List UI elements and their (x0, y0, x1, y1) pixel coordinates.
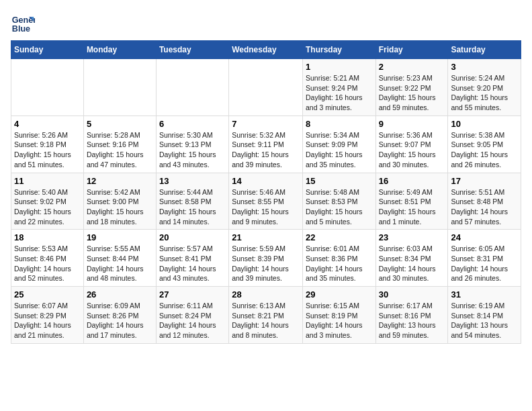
calendar-cell: 30Sunrise: 6:17 AM Sunset: 8:16 PM Dayli… (375, 287, 448, 344)
calendar-cell: 14Sunrise: 5:46 AM Sunset: 8:55 PM Dayli… (229, 173, 303, 230)
day-number: 19 (87, 232, 153, 242)
day-number: 25 (14, 289, 81, 300)
day-number: 6 (159, 119, 226, 129)
calendar-cell: 8Sunrise: 5:34 AM Sunset: 9:09 PM Daylig… (302, 116, 375, 173)
calendar-week-5: 25Sunrise: 6:07 AM Sunset: 8:29 PM Dayli… (11, 287, 521, 344)
day-info: Sunrise: 5:21 AM Sunset: 9:24 PM Dayligh… (306, 73, 373, 113)
day-info: Sunrise: 5:51 AM Sunset: 8:48 PM Dayligh… (451, 187, 518, 227)
calendar-cell: 22Sunrise: 6:01 AM Sunset: 8:36 PM Dayli… (302, 230, 375, 287)
day-info: Sunrise: 6:03 AM Sunset: 8:34 PM Dayligh… (379, 244, 445, 283)
day-number: 22 (306, 232, 373, 242)
day-number: 3 (451, 62, 518, 72)
day-info: Sunrise: 6:05 AM Sunset: 8:31 PM Dayligh… (451, 244, 518, 283)
day-number: 17 (451, 176, 518, 186)
calendar-cell: 13Sunrise: 5:44 AM Sunset: 8:58 PM Dayli… (156, 173, 228, 230)
calendar-cell: 18Sunrise: 5:53 AM Sunset: 8:46 PM Dayli… (11, 230, 84, 287)
day-info: Sunrise: 5:46 AM Sunset: 8:55 PM Dayligh… (232, 187, 300, 227)
col-header-tuesday: Tuesday (156, 41, 228, 59)
calendar-cell: 12Sunrise: 5:42 AM Sunset: 9:00 PM Dayli… (83, 173, 156, 230)
calendar-cell: 3Sunrise: 5:24 AM Sunset: 9:20 PM Daylig… (448, 59, 521, 116)
day-info: Sunrise: 5:44 AM Sunset: 8:58 PM Dayligh… (159, 187, 226, 227)
day-info: Sunrise: 5:57 AM Sunset: 8:41 PM Dayligh… (159, 244, 226, 283)
calendar-week-2: 4Sunrise: 5:26 AM Sunset: 9:18 PM Daylig… (11, 116, 521, 173)
calendar-cell (229, 59, 303, 116)
day-number: 14 (232, 176, 300, 186)
calendar-cell (83, 59, 156, 116)
calendar-week-1: 1Sunrise: 5:21 AM Sunset: 9:24 PM Daylig… (11, 59, 521, 116)
day-number: 15 (306, 176, 373, 186)
day-info: Sunrise: 5:36 AM Sunset: 9:07 PM Dayligh… (379, 130, 445, 170)
calendar-header-row: SundayMondayTuesdayWednesdayThursdayFrid… (11, 41, 521, 59)
calendar-cell (11, 59, 84, 116)
day-info: Sunrise: 5:48 AM Sunset: 8:53 PM Dayligh… (306, 187, 373, 227)
day-number: 20 (159, 232, 226, 242)
calendar-table: SundayMondayTuesdayWednesdayThursdayFrid… (11, 40, 521, 344)
day-number: 13 (159, 176, 226, 186)
day-number: 10 (451, 119, 518, 129)
day-info: Sunrise: 5:40 AM Sunset: 9:02 PM Dayligh… (14, 187, 81, 227)
day-number: 1 (306, 62, 373, 72)
calendar-cell: 28Sunrise: 6:13 AM Sunset: 8:21 PM Dayli… (229, 287, 303, 344)
calendar-cell: 10Sunrise: 5:38 AM Sunset: 9:05 PM Dayli… (448, 116, 521, 173)
day-number: 26 (87, 289, 153, 300)
day-number: 11 (14, 176, 81, 186)
day-number: 21 (232, 232, 300, 242)
day-number: 2 (379, 62, 445, 72)
day-info: Sunrise: 6:19 AM Sunset: 8:14 PM Dayligh… (451, 301, 518, 340)
day-info: Sunrise: 5:38 AM Sunset: 9:05 PM Dayligh… (451, 130, 518, 170)
calendar-cell: 29Sunrise: 6:15 AM Sunset: 8:19 PM Dayli… (302, 287, 375, 344)
calendar-cell: 24Sunrise: 6:05 AM Sunset: 8:31 PM Dayli… (448, 230, 521, 287)
day-info: Sunrise: 5:55 AM Sunset: 8:44 PM Dayligh… (87, 244, 153, 283)
calendar-cell: 26Sunrise: 6:09 AM Sunset: 8:26 PM Dayli… (83, 287, 156, 344)
col-header-saturday: Saturday (448, 41, 521, 59)
day-info: Sunrise: 5:23 AM Sunset: 9:22 PM Dayligh… (379, 73, 445, 113)
calendar-cell: 31Sunrise: 6:19 AM Sunset: 8:14 PM Dayli… (448, 287, 521, 344)
calendar-cell: 25Sunrise: 6:07 AM Sunset: 8:29 PM Dayli… (11, 287, 84, 344)
calendar-cell: 23Sunrise: 6:03 AM Sunset: 8:34 PM Dayli… (375, 230, 448, 287)
calendar-cell: 7Sunrise: 5:32 AM Sunset: 9:11 PM Daylig… (229, 116, 303, 173)
calendar-cell: 4Sunrise: 5:26 AM Sunset: 9:18 PM Daylig… (11, 116, 84, 173)
day-number: 27 (159, 289, 226, 300)
day-info: Sunrise: 5:34 AM Sunset: 9:09 PM Dayligh… (306, 130, 373, 170)
calendar-cell: 20Sunrise: 5:57 AM Sunset: 8:41 PM Dayli… (156, 230, 228, 287)
day-info: Sunrise: 5:24 AM Sunset: 9:20 PM Dayligh… (451, 73, 518, 113)
calendar-cell: 6Sunrise: 5:30 AM Sunset: 9:13 PM Daylig… (156, 116, 228, 173)
day-info: Sunrise: 5:49 AM Sunset: 8:51 PM Dayligh… (379, 187, 445, 227)
day-number: 30 (379, 289, 445, 300)
day-info: Sunrise: 5:32 AM Sunset: 9:11 PM Dayligh… (232, 130, 300, 170)
calendar-cell: 21Sunrise: 5:59 AM Sunset: 8:39 PM Dayli… (229, 230, 303, 287)
calendar-cell: 2Sunrise: 5:23 AM Sunset: 9:22 PM Daylig… (375, 59, 448, 116)
day-info: Sunrise: 6:15 AM Sunset: 8:19 PM Dayligh… (306, 301, 373, 340)
svg-text:Blue: Blue (12, 24, 30, 34)
calendar-cell: 19Sunrise: 5:55 AM Sunset: 8:44 PM Dayli… (83, 230, 156, 287)
day-info: Sunrise: 6:01 AM Sunset: 8:36 PM Dayligh… (306, 244, 373, 283)
day-number: 29 (306, 289, 373, 300)
day-number: 9 (379, 119, 445, 129)
day-info: Sunrise: 5:42 AM Sunset: 9:00 PM Dayligh… (87, 187, 153, 227)
day-info: Sunrise: 6:09 AM Sunset: 8:26 PM Dayligh… (87, 301, 153, 340)
calendar-week-3: 11Sunrise: 5:40 AM Sunset: 9:02 PM Dayli… (11, 173, 521, 230)
calendar-cell: 15Sunrise: 5:48 AM Sunset: 8:53 PM Dayli… (302, 173, 375, 230)
day-number: 23 (379, 232, 445, 242)
day-info: Sunrise: 6:11 AM Sunset: 8:24 PM Dayligh… (159, 301, 226, 340)
day-info: Sunrise: 6:13 AM Sunset: 8:21 PM Dayligh… (232, 301, 300, 340)
col-header-sunday: Sunday (11, 41, 84, 59)
calendar-week-4: 18Sunrise: 5:53 AM Sunset: 8:46 PM Dayli… (11, 230, 521, 287)
day-number: 18 (14, 232, 81, 242)
col-header-thursday: Thursday (302, 41, 375, 59)
day-info: Sunrise: 5:59 AM Sunset: 8:39 PM Dayligh… (232, 244, 300, 283)
day-number: 12 (87, 176, 153, 186)
logo-icon: General Blue (11, 11, 35, 35)
day-number: 5 (87, 119, 153, 129)
day-info: Sunrise: 5:30 AM Sunset: 9:13 PM Dayligh… (159, 130, 226, 170)
calendar-cell: 1Sunrise: 5:21 AM Sunset: 9:24 PM Daylig… (302, 59, 375, 116)
day-number: 31 (451, 289, 518, 300)
day-number: 24 (451, 232, 518, 242)
day-number: 4 (14, 119, 81, 129)
calendar-cell: 27Sunrise: 6:11 AM Sunset: 8:24 PM Dayli… (156, 287, 228, 344)
page-header: General Blue (11, 11, 521, 35)
day-info: Sunrise: 5:28 AM Sunset: 9:16 PM Dayligh… (87, 130, 153, 170)
col-header-friday: Friday (375, 41, 448, 59)
day-number: 28 (232, 289, 300, 300)
col-header-monday: Monday (83, 41, 156, 59)
